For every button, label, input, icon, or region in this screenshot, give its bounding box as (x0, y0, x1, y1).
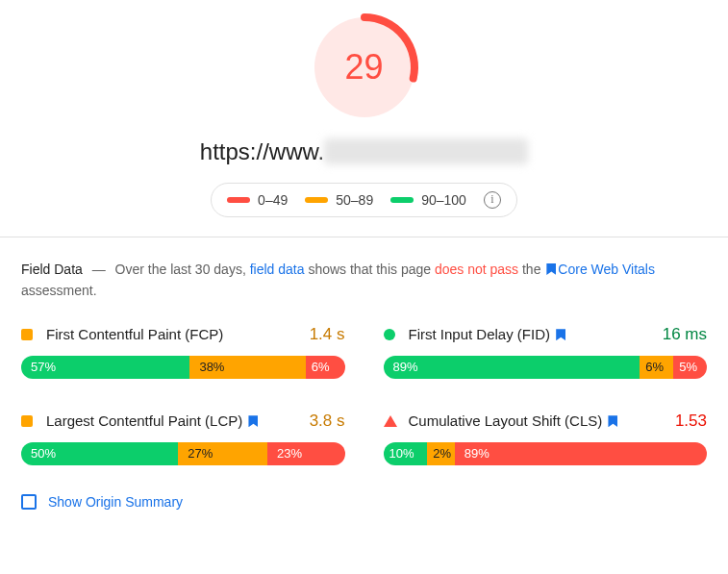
metrics-grid: First Contentful Paint (FCP) 1.4 s 57% 3… (21, 315, 707, 465)
metric-fid-name-text: First Input Delay (FID) (409, 326, 551, 342)
field-data-section: Field Data — Over the last 30 days, fiel… (0, 237, 728, 529)
dash: — (92, 262, 106, 277)
field-data-summary: Field Data — Over the last 30 days, fiel… (21, 259, 707, 302)
poor-range-label: 0–49 (258, 192, 288, 208)
good-range-label: 90–100 (421, 192, 466, 208)
metric-cls-name-text: Cumulative Layout Shift (CLS) (409, 412, 603, 429)
metric-fid-name: First Input Delay (FID) (409, 326, 568, 342)
lcp-mid-seg: 27% (178, 442, 267, 465)
cls-mid-seg: 2% (427, 442, 455, 465)
fcp-poor-seg: 6% (306, 356, 345, 379)
fid-good-seg: 89% (384, 356, 640, 379)
url-prefix: https://www. (200, 138, 324, 164)
summary-status: does not pass (435, 262, 518, 277)
poor-pill-icon (227, 197, 250, 203)
cls-distribution: 10% 2% 89% (384, 442, 708, 465)
gauge-score: 29 (344, 47, 383, 87)
origin-toggle-label: Show Origin Summary (48, 494, 183, 510)
good-pill-icon (390, 197, 414, 203)
metric-fid-head[interactable]: First Input Delay (FID) 16 ms (384, 315, 708, 356)
metric-lcp-name: Largest Contentful Paint (LCP) (46, 412, 260, 429)
square-icon (21, 329, 33, 340)
checkbox-empty-icon (21, 494, 37, 510)
summary-middle: shows that this page (308, 262, 431, 277)
url-redacted: ████████████ (324, 138, 528, 164)
metric-cls: Cumulative Layout Shift (CLS) 1.53 10% 2… (384, 402, 708, 465)
fcp-mid-seg: 38% (189, 356, 305, 379)
circle-icon (384, 329, 395, 340)
fid-poor-seg: 5% (673, 356, 707, 379)
metric-lcp-head[interactable]: Largest Contentful Paint (LCP) 3.8 s (21, 402, 345, 442)
square-icon (21, 415, 33, 427)
metric-fid-value: 16 ms (663, 325, 707, 344)
metric-cls-name: Cumulative Layout Shift (CLS) (409, 412, 620, 429)
bookmark-icon (608, 415, 617, 427)
summary-suffix: the (522, 262, 540, 277)
metric-cls-value: 1.53 (675, 412, 707, 431)
lcp-poor-seg: 23% (267, 442, 345, 465)
triangle-icon (384, 415, 397, 427)
summary-prefix: Over the last 30 days, (115, 262, 246, 277)
info-icon[interactable]: i (484, 191, 501, 209)
field-data-label: Field Data (21, 262, 83, 277)
fcp-good-seg: 57% (21, 356, 189, 379)
metric-lcp-name-text: Largest Contentful Paint (LCP) (46, 412, 242, 429)
legend-mid: 50–89 (305, 192, 373, 208)
lcp-good-seg: 50% (21, 442, 178, 465)
legend-good: 90–100 (390, 192, 466, 208)
summary-tail: assessment. (21, 283, 97, 298)
core-web-vitals-link[interactable]: Core Web Vitals (558, 262, 655, 277)
mid-range-label: 50–89 (336, 192, 373, 208)
metric-fcp-value: 1.4 s (310, 325, 345, 344)
lcp-distribution: 50% 27% 23% (21, 442, 345, 465)
metric-fcp-head[interactable]: First Contentful Paint (FCP) 1.4 s (21, 315, 345, 356)
metric-lcp: Largest Contentful Paint (LCP) 3.8 s 50%… (21, 402, 345, 465)
performance-gauge: 29 (307, 10, 422, 125)
metric-fcp: First Contentful Paint (FCP) 1.4 s 57% 3… (21, 315, 345, 379)
field-data-link[interactable]: field data (250, 262, 305, 277)
fid-mid-seg: 6% (640, 356, 673, 379)
bookmark-icon (546, 263, 556, 275)
metric-cls-head[interactable]: Cumulative Layout Shift (CLS) 1.53 (384, 402, 708, 442)
cls-poor-seg: 89% (455, 442, 707, 465)
metric-fid: First Input Delay (FID) 16 ms 89% 6% 5% (384, 315, 708, 379)
metric-lcp-value: 3.8 s (310, 412, 345, 431)
mid-pill-icon (305, 197, 328, 203)
cls-good-seg: 10% (384, 442, 428, 465)
tested-url: https://www.████████████ (0, 138, 728, 165)
bookmark-icon (248, 415, 258, 427)
score-header: 29 https://www.████████████ 0–49 50–89 9… (0, 0, 728, 237)
metric-fcp-name: First Contentful Paint (FCP) (46, 326, 223, 342)
show-origin-summary-toggle[interactable]: Show Origin Summary (21, 494, 707, 510)
score-legend: 0–49 50–89 90–100 i (211, 183, 517, 217)
legend-poor: 0–49 (227, 192, 288, 208)
bookmark-icon (556, 329, 565, 340)
fid-distribution: 89% 6% 5% (384, 356, 708, 379)
fcp-distribution: 57% 38% 6% (21, 356, 345, 379)
